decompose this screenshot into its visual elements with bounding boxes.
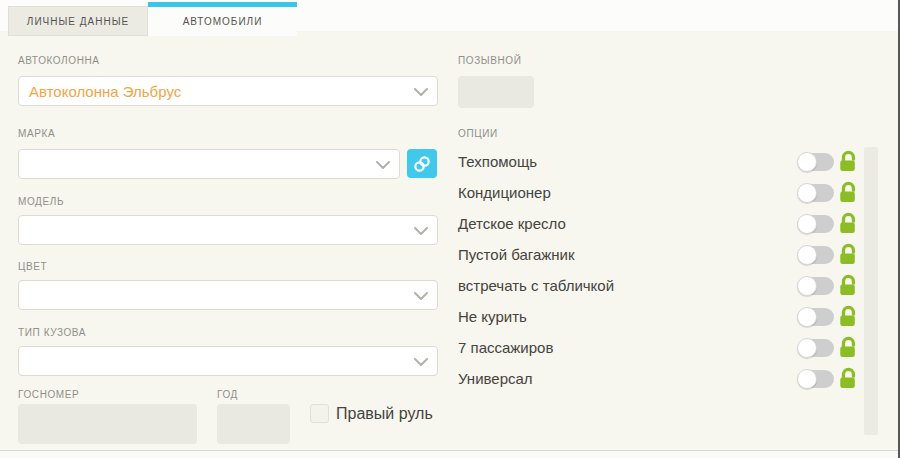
option-label: Техпомощь (458, 153, 798, 170)
plate-label: ГОСНОМЕР (18, 389, 79, 400)
toggle-knob (797, 338, 817, 358)
option-label: Не курить (458, 308, 798, 325)
option-row: Кондиционер (458, 177, 858, 208)
callsign-label: ПОЗЫВНОЙ (458, 55, 522, 66)
unlock-icon[interactable] (838, 181, 858, 204)
option-label: Кондиционер (458, 184, 798, 201)
option-label: Пустой багажник (458, 246, 798, 263)
option-label: Универсал (458, 370, 798, 387)
option-toggle[interactable] (798, 277, 834, 295)
model-label: МОДЕЛЬ (18, 196, 64, 207)
chevron-down-icon (414, 227, 428, 235)
autocolumn-select[interactable]: Автоколонна Эльбрус (18, 76, 438, 106)
option-toggle[interactable] (798, 153, 834, 171)
toggle-knob (797, 152, 817, 172)
toggle-knob (797, 369, 817, 389)
option-row: 7 пассажиров (458, 332, 858, 363)
plate-input[interactable] (18, 404, 197, 444)
unlock-icon[interactable] (838, 367, 858, 390)
option-label: встречать с табличкой (458, 277, 798, 294)
unlock-icon[interactable] (838, 336, 858, 359)
unlock-icon[interactable] (838, 212, 858, 235)
option-row: Пустой багажник (458, 239, 858, 270)
tab-bar: ЛИЧНЫЕ ДАННЫЕ АВТОМОБИЛИ (0, 0, 898, 31)
autocolumn-value: Автоколонна Эльбрус (29, 83, 181, 100)
options-scrollbar[interactable] (864, 147, 878, 435)
option-row: Техпомощь (458, 146, 858, 177)
autocolumn-label: АВТОКОЛОННА (18, 55, 100, 66)
link-icon (412, 154, 432, 174)
option-toggle[interactable] (798, 308, 834, 326)
unlock-icon[interactable] (838, 274, 858, 297)
chevron-down-icon (376, 161, 390, 169)
vehicle-form-window: ЛИЧНЫЕ ДАННЫЕ АВТОМОБИЛИ АВТОКОЛОННА Авт… (0, 0, 900, 458)
unlock-icon[interactable] (838, 243, 858, 266)
year-input[interactable] (217, 404, 290, 444)
brand-label: МАРКА (18, 128, 55, 139)
year-label: ГОД (217, 389, 238, 400)
brand-select[interactable] (18, 149, 400, 179)
options-label: ОПЦИИ (458, 128, 498, 139)
color-label: ЦВЕТ (18, 261, 47, 272)
toggle-knob (797, 183, 817, 203)
option-row: встречать с табличкой (458, 270, 858, 301)
option-toggle[interactable] (798, 246, 834, 264)
tab-personal-data[interactable]: ЛИЧНЫЕ ДАННЫЕ (8, 6, 148, 36)
toggle-knob (797, 276, 817, 296)
option-toggle[interactable] (798, 370, 834, 388)
model-select[interactable] (18, 215, 438, 245)
tab-vehicles-label: АВТОМОБИЛИ (183, 16, 263, 27)
bottom-strip (0, 451, 898, 458)
chevron-down-icon (414, 88, 428, 96)
option-row: Не курить (458, 301, 858, 332)
color-select[interactable] (18, 280, 438, 310)
option-label: 7 пассажиров (458, 339, 798, 356)
tab-personal-data-label: ЛИЧНЫЕ ДАННЫЕ (27, 16, 129, 27)
option-row: Детское кресло (458, 208, 858, 239)
body-type-select[interactable] (18, 346, 438, 376)
right-wheel-label: Правый руль (336, 405, 433, 423)
unlock-icon[interactable] (838, 305, 858, 328)
unlock-icon[interactable] (838, 150, 858, 173)
option-label: Детское кресло (458, 215, 798, 232)
callsign-input[interactable] (458, 76, 534, 108)
chevron-down-icon (414, 358, 428, 366)
toggle-knob (797, 307, 817, 327)
option-toggle[interactable] (798, 184, 834, 202)
toggle-knob (797, 245, 817, 265)
body-type-label: ТИП КУЗОВА (18, 327, 86, 338)
tab-vehicles[interactable]: АВТОМОБИЛИ (148, 2, 297, 36)
brand-link-button[interactable] (407, 149, 437, 178)
option-toggle[interactable] (798, 215, 834, 233)
option-row: Универсал (458, 363, 858, 394)
toggle-knob (797, 214, 817, 234)
chevron-down-icon (414, 292, 428, 300)
right-wheel-checkbox[interactable] (310, 404, 329, 423)
option-toggle[interactable] (798, 339, 834, 357)
